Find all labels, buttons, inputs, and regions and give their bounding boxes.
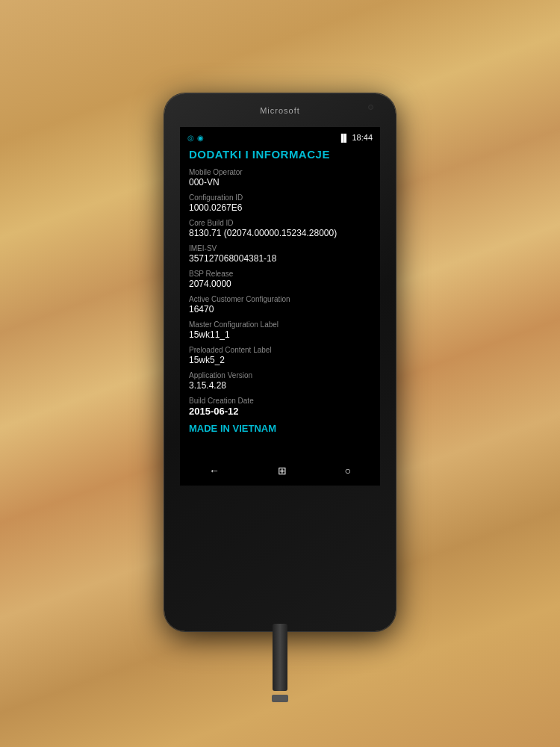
time-display: 18:44	[352, 133, 373, 142]
info-row: Configuration ID1000.0267E6	[189, 193, 371, 213]
info-value: 16470	[189, 304, 371, 314]
phone-device: Microsoft ◎ ◉ ▐▌ 18:44 DODATKI I INFORMA…	[164, 93, 396, 631]
info-value: 3.15.4.28	[189, 380, 371, 391]
info-row: Preloaded Content Label15wk5_2	[189, 346, 371, 365]
info-label: Master Configuration Label	[189, 320, 371, 329]
info-label: Build Creation Date	[189, 397, 371, 405]
nav-search-button[interactable]: ○	[336, 462, 360, 480]
page-title: DODATKI I INFORMACJE	[189, 148, 371, 161]
info-rows-container: Mobile Operator000-VNConfiguration ID100…	[189, 168, 371, 417]
nav-bar: ← ⊞ ○	[180, 456, 380, 486]
status-right: ▐▌ 18:44	[338, 133, 373, 142]
front-camera	[368, 105, 373, 110]
info-label: Application Version	[189, 371, 371, 379]
info-value: 8130.71 (02074.00000.15234.28000)	[189, 228, 371, 238]
info-row: IMEI-SV357127068004381-18	[189, 244, 371, 264]
info-label: Configuration ID	[189, 193, 371, 202]
nav-windows-button[interactable]: ⊞	[269, 462, 296, 480]
phone-screen: ◎ ◉ ▐▌ 18:44 DODATKI I INFORMACJE Mobile…	[180, 127, 380, 486]
signal-icon-1: ◎	[187, 134, 194, 142]
info-row: Build Creation Date2015-06-12	[189, 397, 371, 417]
info-value: 2015-06-12	[189, 406, 371, 417]
info-row: Master Configuration Label15wk11_1	[189, 320, 371, 340]
screen-content: DODATKI I INFORMACJE Mobile Operator000-…	[180, 148, 380, 456]
info-label: Mobile Operator	[189, 168, 371, 176]
info-row: Core Build ID8130.71 (02074.00000.15234.…	[189, 219, 371, 238]
info-value: 357127068004381-18	[189, 253, 371, 264]
nav-back-button[interactable]: ←	[200, 462, 228, 480]
info-label: Core Build ID	[189, 219, 371, 227]
usb-connector	[272, 695, 288, 702]
made-in-label: MADE IN VIETNAM	[189, 423, 371, 434]
usb-cable	[273, 624, 287, 691]
info-row: BSP Release2074.0000	[189, 270, 371, 289]
status-icons-left: ◎ ◉	[187, 134, 204, 142]
phone-top-bar: Microsoft	[164, 93, 396, 127]
info-row: Application Version3.15.4.28	[189, 371, 371, 391]
info-row: Active Customer Configuration16470	[189, 295, 371, 314]
info-row: Mobile Operator000-VN	[189, 168, 371, 187]
info-label: Active Customer Configuration	[189, 295, 371, 303]
status-bar: ◎ ◉ ▐▌ 18:44	[180, 127, 380, 148]
info-value: 15wk5_2	[189, 355, 371, 365]
info-value: 000-VN	[189, 177, 371, 187]
battery-icon: ▐▌	[338, 134, 349, 142]
info-value: 1000.0267E6	[189, 202, 371, 213]
brand-label: Microsoft	[260, 106, 300, 115]
info-label: Preloaded Content Label	[189, 346, 371, 354]
signal-icon-2: ◉	[197, 134, 204, 142]
info-label: IMEI-SV	[189, 244, 371, 252]
phone-body: Microsoft ◎ ◉ ▐▌ 18:44 DODATKI I INFORMA…	[164, 93, 396, 631]
info-label: BSP Release	[189, 270, 371, 278]
info-value: 15wk11_1	[189, 329, 371, 340]
info-value: 2074.0000	[189, 279, 371, 289]
